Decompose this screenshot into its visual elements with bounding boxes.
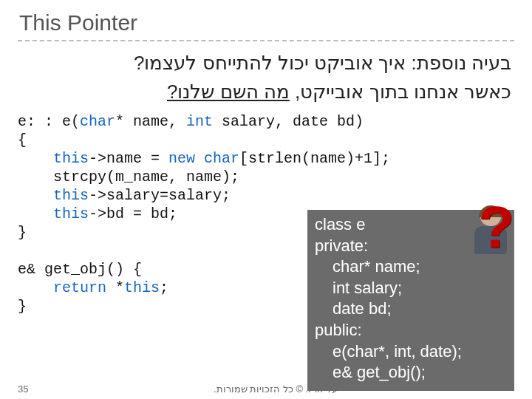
question-mark-icon: ? xyxy=(478,198,514,257)
title-divider xyxy=(18,40,514,41)
class-line: e(char*, int, date); xyxy=(315,341,507,363)
class-line: public: xyxy=(315,320,507,341)
hebrew-line-1: בעיה נוספת: איך אוביקט יכול להתייחס לעצמ… xyxy=(18,49,511,78)
class-line: int salary; xyxy=(315,278,507,299)
page-title: This Pointer xyxy=(19,10,514,35)
hebrew-line-2: כאשר אנחנו בתוך אובייקט, מה השם שלנו? xyxy=(18,78,511,106)
class-line: e& get_obj(); xyxy=(315,362,507,383)
class-line: date bd; xyxy=(315,299,507,320)
page-number: 35 xyxy=(18,383,47,395)
hebrew-question: בעיה נוספת: איך אוביקט יכול להתייחס לעצמ… xyxy=(18,49,514,106)
